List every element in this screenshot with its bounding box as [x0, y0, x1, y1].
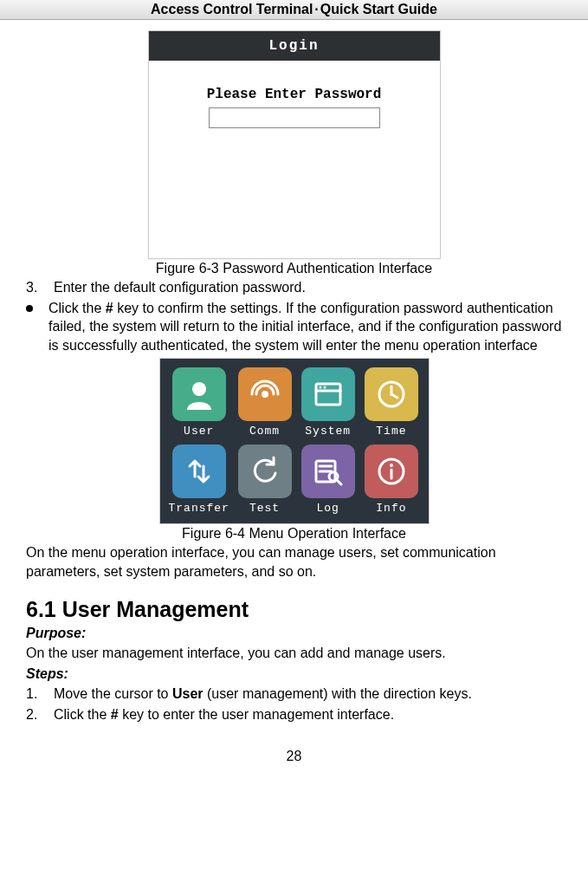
- menu-item-log[interactable]: Log: [300, 444, 356, 515]
- step-um-2: 2. Click the # key to enter the user man…: [26, 705, 562, 724]
- svg-point-5: [323, 386, 326, 389]
- page-number: 28: [26, 749, 562, 764]
- menu-item-system[interactable]: System: [300, 367, 356, 438]
- svg-point-4: [319, 386, 321, 389]
- step-um-1-text: Move the cursor to User (user management…: [54, 685, 472, 704]
- clock-icon: [365, 367, 418, 421]
- step-um-1-number: 1.: [26, 685, 38, 704]
- page-content: Login Please Enter Password Figure 6-3 P…: [0, 20, 588, 764]
- figure-6-3-caption: Figure 6-3 Password Authentication Inter…: [26, 261, 562, 276]
- info-icon: [365, 444, 418, 498]
- search-icon: [301, 444, 355, 498]
- menu-item-label: Time: [363, 425, 419, 438]
- svg-point-15: [390, 464, 393, 467]
- user-icon: [172, 367, 226, 421]
- bullet-confirm: Click the # key to confirm the settings.…: [26, 299, 562, 355]
- menu-item-comm[interactable]: Comm: [236, 367, 293, 438]
- menu-panel: UserCommSystemTimeTransferTestLogInfo: [159, 358, 430, 524]
- bullet-confirm-text: Click the # key to confirm the settings.…: [48, 299, 562, 355]
- svg-line-8: [391, 394, 397, 398]
- step-3: 3. Enter the default configuration passw…: [26, 278, 562, 297]
- steps-label: Steps:: [26, 665, 562, 684]
- bullet-dot-icon: [26, 305, 33, 312]
- menu-item-label: Log: [300, 502, 356, 515]
- login-body: Please Enter Password: [149, 61, 440, 258]
- page-header: Access Control Terminal·Quick Start Guid…: [0, 0, 588, 20]
- menu-item-label: Comm: [236, 425, 293, 438]
- menu-item-label: User: [169, 425, 229, 438]
- step-um-2-number: 2.: [26, 705, 38, 724]
- step-3-text: Enter the default configuration password…: [54, 278, 306, 297]
- menu-item-time[interactable]: Time: [363, 367, 419, 438]
- login-title: Login: [149, 31, 440, 61]
- header-title-rest: Quick Start Guide: [320, 2, 437, 16]
- figure-6-4-caption: Figure 6-4 Menu Operation Interface: [26, 526, 562, 542]
- header-title-bold: Access Control Terminal: [151, 2, 313, 16]
- window-icon: [301, 367, 355, 421]
- menu-item-label: Test: [236, 502, 293, 515]
- login-prompt: Please Enter Password: [149, 87, 440, 102]
- menu-item-label: Info: [363, 502, 419, 515]
- svg-point-1: [262, 391, 268, 398]
- menu-item-label: System: [300, 425, 356, 438]
- step-3-number: 3.: [26, 278, 38, 297]
- step-um-2-text: Click the # key to enter the user manage…: [54, 705, 394, 724]
- menu-item-test[interactable]: Test: [236, 444, 293, 515]
- svg-line-13: [337, 480, 341, 484]
- purpose-label: Purpose:: [26, 624, 562, 643]
- password-input[interactable]: [209, 107, 380, 128]
- wifi-icon: [238, 367, 292, 421]
- para-after-fig4: On the menu operation interface, you can…: [26, 543, 562, 581]
- menu-item-label: Transfer: [169, 502, 229, 515]
- transfer-icon: [172, 444, 226, 498]
- menu-item-user[interactable]: User: [169, 367, 229, 438]
- refresh-icon: [238, 444, 292, 498]
- purpose-text: On the user management interface, you ca…: [26, 644, 562, 663]
- step-um-1: 1. Move the cursor to User (user managem…: [26, 685, 562, 704]
- section-6-1-heading: 6.1 User Management: [26, 597, 562, 622]
- header-separator: ·: [314, 2, 318, 16]
- menu-item-info[interactable]: Info: [363, 444, 419, 515]
- svg-point-0: [192, 382, 206, 396]
- menu-item-transfer[interactable]: Transfer: [169, 444, 229, 515]
- menu-grid: UserCommSystemTimeTransferTestLogInfo: [169, 367, 420, 515]
- login-panel: Login Please Enter Password: [148, 30, 441, 259]
